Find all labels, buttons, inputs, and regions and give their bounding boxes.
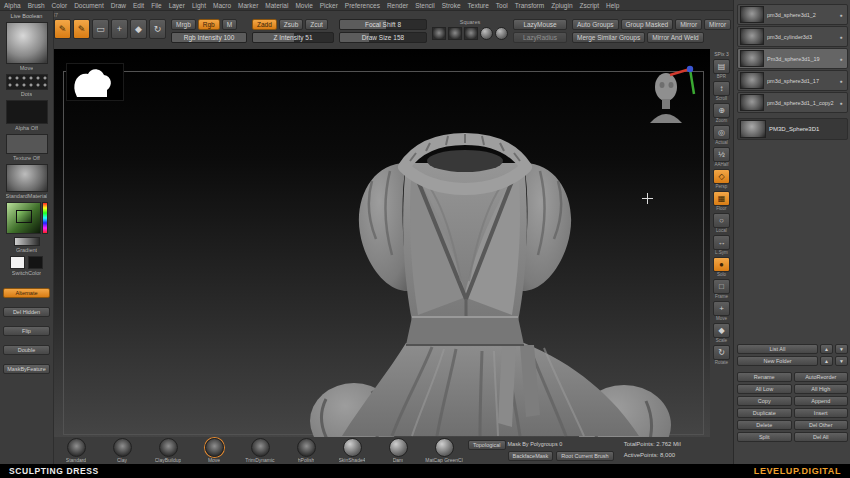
current-brush-thumb[interactable] (6, 22, 48, 64)
draw-size-slider[interactable]: Draw Size 158 (339, 32, 427, 43)
sculpt-mode-button[interactable]: Zcut (305, 19, 328, 30)
material-preview-icon[interactable] (495, 27, 508, 40)
shelf-toggle[interactable]: ○ Local (713, 213, 730, 233)
current-texture-thumb[interactable] (6, 134, 48, 154)
brush-shortcut[interactable]: Dam (376, 438, 420, 463)
folder-down-icon[interactable]: ▼ (835, 356, 848, 366)
group-button[interactable]: Mirror (704, 19, 731, 30)
tray-button[interactable]: Alternate (3, 288, 50, 298)
color-mode-button[interactable]: Rgb (198, 19, 220, 30)
merge-button[interactable]: Merge Similar Groups (572, 32, 645, 43)
shelf-toggle[interactable]: ● Solo (713, 257, 730, 277)
color-picker-square[interactable] (6, 202, 41, 234)
menu-item[interactable]: Texture (468, 2, 489, 9)
lazymouse-button[interactable]: LazyMouse (513, 19, 567, 30)
shelf-toggle[interactable]: ▤ BPR (713, 59, 730, 79)
shelf-toggle[interactable]: + Move (713, 301, 730, 321)
subtool-row[interactable]: pm3d_sphere3d1_2 ● (737, 4, 848, 25)
color-picker[interactable] (6, 202, 48, 234)
group-button[interactable]: Mirror (675, 19, 702, 30)
stroke-stamp-icon[interactable] (448, 27, 462, 40)
menu-item[interactable]: Light (192, 2, 206, 9)
visibility-eye-icon[interactable]: ● (837, 34, 845, 40)
menu-item[interactable]: Document (74, 2, 104, 9)
merge-button[interactable]: Mirror And Weld (647, 32, 703, 43)
shelf-toggle[interactable]: ↔ L.Sym (713, 235, 730, 255)
shelf-toggle[interactable]: ↻ Rotate (713, 345, 730, 365)
shelf-toggle[interactable]: ◆ Scale (713, 323, 730, 343)
shelf-toggle[interactable]: ½ AAHalf (713, 147, 730, 167)
menu-item[interactable]: Tool (496, 2, 508, 9)
hue-strip[interactable] (42, 202, 48, 234)
backfacemask-button[interactable]: BackfaceMask (508, 451, 554, 461)
shelf-toggle[interactable]: ⊕ Zoom (713, 103, 730, 123)
shelf-toggle[interactable]: ↕ Scroll (713, 81, 730, 101)
subtool-action-button[interactable]: All Low (737, 384, 792, 394)
texture-stamp-icon[interactable] (464, 27, 478, 40)
group-button[interactable]: Auto Groups (572, 19, 619, 30)
brush-shortcut[interactable]: hPolish (284, 438, 328, 463)
menu-item[interactable]: Preferences (345, 2, 380, 9)
menu-item[interactable]: Draw (111, 2, 126, 9)
alpha-stamp-icon[interactable] (432, 27, 446, 40)
menu-item[interactable]: Macro (213, 2, 231, 9)
brush-shortcut[interactable]: Move (192, 438, 236, 463)
secondary-color-swatch[interactable] (28, 256, 43, 269)
focal-shift-slider[interactable]: Focal Shift 8 (339, 19, 427, 30)
menu-item[interactable]: Movie (295, 2, 312, 9)
color-mode-button[interactable]: Mrgb (171, 19, 196, 30)
shelf-tool-icon[interactable]: ↻ (149, 19, 166, 39)
menu-item[interactable]: File (151, 2, 161, 9)
subtool-action-button[interactable]: Duplicate (737, 408, 792, 418)
visibility-eye-icon[interactable]: ● (837, 12, 845, 18)
menu-item[interactable]: Render (387, 2, 408, 9)
menu-item[interactable]: Material (265, 2, 288, 9)
group-button[interactable]: Group Masked (621, 19, 674, 30)
menu-item[interactable]: Color (52, 2, 68, 9)
active-tool-row[interactable]: PM3D_Sphere3D1 (737, 118, 848, 140)
new-folder-button[interactable]: New Folder (737, 356, 818, 366)
menu-item[interactable]: Help (606, 2, 619, 9)
visibility-eye-icon[interactable]: ● (837, 56, 845, 62)
sculpt-canvas[interactable] (54, 49, 710, 437)
shelf-tool-icon[interactable]: + (111, 19, 128, 39)
subtool-action-button[interactable]: Del All (794, 432, 849, 442)
menu-item[interactable]: Edit (133, 2, 144, 9)
shelf-toggle[interactable]: ▦ Floor (713, 191, 730, 211)
brush-preview-icon[interactable] (480, 27, 493, 40)
subtool-row[interactable]: Pm3d_sphere3d1_19 ● (737, 48, 848, 69)
subtool-row[interactable]: pm3d_sphere3d1_1_copy2 ● (737, 92, 848, 113)
shelf-tool-icon[interactable]: ▭ (92, 19, 109, 39)
root-current-brush-button[interactable]: Root Current Brush (556, 451, 613, 461)
subtool-action-button[interactable]: Insert (794, 408, 849, 418)
subtool-action-button[interactable]: Split (737, 432, 792, 442)
subtool-action-button[interactable]: Append (794, 396, 849, 406)
subtool-action-button[interactable]: AutoReorder (794, 372, 849, 382)
brush-shortcut[interactable]: Clay (100, 438, 144, 463)
list-all-button[interactable]: List All (737, 344, 818, 354)
brush-shortcut[interactable]: SkinShade4 (330, 438, 374, 463)
menu-item[interactable]: Brush (28, 2, 45, 9)
shelf-tool-icon[interactable]: ✎ (73, 19, 90, 39)
shelf-toggle[interactable]: □ Frame (713, 279, 730, 299)
rgb-intensity-slider[interactable]: Rgb Intensity 100 (171, 32, 247, 43)
brush-shortcut[interactable]: Standard (54, 438, 98, 463)
shelf-tool-icon[interactable]: ✎ (54, 19, 71, 39)
visibility-eye-icon[interactable]: ● (837, 100, 845, 106)
tray-button[interactable]: Double (3, 345, 50, 355)
menu-item[interactable]: Stencil (415, 2, 435, 9)
tray-button[interactable]: Flip (3, 326, 50, 336)
folder-up-icon[interactable]: ▲ (820, 356, 833, 366)
current-stroke-thumb[interactable] (6, 74, 48, 90)
move-up-button[interactable]: ▲ (820, 344, 833, 354)
menu-item[interactable]: Zplugin (551, 2, 572, 9)
axis-gizmo[interactable] (668, 55, 696, 101)
menu-item[interactable]: Transform (515, 2, 544, 9)
main-color-swatch[interactable] (10, 256, 25, 269)
brush-shortcut[interactable]: TrimDynamic (238, 438, 282, 463)
live-boolean-label[interactable]: Live Boolean (11, 13, 43, 19)
subtool-action-button[interactable]: All High (794, 384, 849, 394)
tray-button[interactable]: MaskByFeature (3, 364, 50, 374)
topological-button[interactable]: Topological (468, 440, 506, 450)
color-mode-button[interactable]: M (222, 19, 237, 30)
